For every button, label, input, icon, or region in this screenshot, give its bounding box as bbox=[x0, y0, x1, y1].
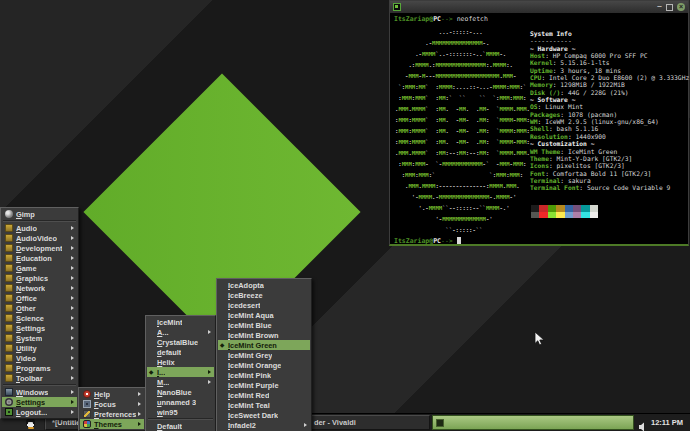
menu-item-iceadopta[interactable]: IceAdopta bbox=[218, 280, 310, 290]
menu-item-icebreeze[interactable]: IceBreeze bbox=[218, 290, 310, 300]
menu-item-office[interactable]: Office bbox=[2, 293, 77, 303]
submenu-arrow-icon bbox=[71, 256, 74, 260]
menu-item-icedesert[interactable]: icedesert bbox=[218, 300, 310, 310]
folder-icon bbox=[5, 224, 13, 232]
current-theme-marker: ◆ bbox=[220, 342, 224, 348]
menu-item-label: IceSweet Dark bbox=[228, 411, 278, 420]
menu-item-education[interactable]: Education bbox=[2, 253, 77, 263]
submenu-arrow-icon bbox=[71, 276, 74, 280]
taskbar-clock[interactable]: 12:11 PM bbox=[651, 418, 683, 427]
menu-item-icemint-blue[interactable]: IceMint Blue bbox=[218, 320, 310, 330]
menu-item-unnamed-3[interactable]: unnamed 3 bbox=[147, 397, 214, 407]
menu-item-label: Themes bbox=[94, 420, 122, 429]
menu-item-win95[interactable]: win95 bbox=[147, 407, 214, 417]
menu-item-system[interactable]: System bbox=[2, 333, 77, 343]
submenu-arrow-icon bbox=[71, 376, 74, 380]
menu-item-nanoblue[interactable]: NanoBlue bbox=[147, 387, 214, 397]
gimp-icon bbox=[5, 210, 13, 218]
menu-item-label: IceMint Teal bbox=[228, 401, 270, 410]
menu-item-icemint-pink[interactable]: IceMint Pink bbox=[218, 370, 310, 380]
menu-item-audio[interactable]: Audio bbox=[2, 223, 77, 233]
close-button[interactable]: × bbox=[677, 3, 685, 11]
menu-item-icemint-green[interactable]: ◆IceMint Green bbox=[218, 340, 310, 350]
menu-item-icemint-purple[interactable]: IceMint Purple bbox=[218, 380, 310, 390]
menu-item-label: unnamed 3 bbox=[157, 398, 196, 407]
menu-item-audiovideo[interactable]: AudioVideo bbox=[2, 233, 77, 243]
menu-item-i[interactable]: ◆I... bbox=[147, 367, 214, 377]
menu-item-default[interactable]: Default bbox=[147, 421, 214, 431]
menu-item-label: Education bbox=[16, 254, 52, 263]
menu-item-label: Gimp bbox=[16, 210, 35, 219]
menu-item-other[interactable]: Other bbox=[2, 303, 77, 313]
terminal-titlebar[interactable]: − × bbox=[390, 1, 688, 13]
minimize-button[interactable]: − bbox=[657, 3, 662, 11]
neofetch-system-info: System Info-----------~ Hardware ~Host: … bbox=[530, 30, 689, 192]
menu-item-focus[interactable]: Focus bbox=[80, 399, 144, 409]
desktop: { "wallpaper": { "base": "#242424", "acc… bbox=[0, 0, 690, 431]
menu-item-label: IceAdopta bbox=[228, 281, 264, 290]
menu-item-toolbar[interactable]: Toolbar bbox=[2, 373, 77, 383]
menu-item-logout[interactable]: Logout... bbox=[2, 407, 77, 417]
info-row: Theme: Mint-Y-Dark [GTK2/3] bbox=[530, 155, 689, 162]
info-row: Memory: 1298MiB / 1922MiB bbox=[530, 81, 689, 88]
menu-item-label: Network bbox=[16, 284, 45, 293]
taskbar-task-terminal-active[interactable] bbox=[432, 415, 634, 430]
menu-item-settings[interactable]: Settings bbox=[2, 323, 77, 333]
menu-item-label: Office bbox=[16, 294, 37, 303]
menu-item-gimp[interactable]: Gimp bbox=[2, 209, 77, 219]
menu-item-game[interactable]: Game bbox=[2, 263, 77, 273]
volume-icon[interactable] bbox=[638, 418, 648, 431]
folder-icon bbox=[5, 284, 13, 292]
menu-item-default[interactable]: default bbox=[147, 347, 214, 357]
themes-icon bbox=[83, 420, 91, 428]
submenu-arrow-icon bbox=[71, 346, 74, 350]
folder-icon bbox=[5, 304, 13, 312]
terminal-output[interactable]: ItsZariap@PC--> neofetch ...-:::::-... .… bbox=[390, 13, 688, 243]
menu-item-help[interactable]: Help bbox=[80, 389, 144, 399]
neofetch-ascii-logo: ...-:::::-... .-MMMMMMMMMMMMMMM-. .-MMMM… bbox=[395, 27, 530, 236]
menu-item-label: Audio bbox=[16, 224, 37, 233]
info-section-header: ~ Software ~ bbox=[530, 96, 689, 103]
menu-item-infadel2[interactable]: Infadel2 bbox=[218, 420, 310, 430]
menu-item-preferences[interactable]: Preferences bbox=[80, 409, 144, 419]
menu-item-icemint-brown[interactable]: IceMint Brown bbox=[218, 330, 310, 340]
info-row: Uptime: 3 hours, 18 mins bbox=[530, 67, 689, 74]
terminal-window[interactable]: − × ItsZariap@PC--> neofetch ...-:::::-.… bbox=[389, 0, 689, 246]
palette-swatch bbox=[565, 212, 573, 219]
menu-item-windows[interactable]: Windows bbox=[2, 387, 77, 397]
menu-item-a[interactable]: A... bbox=[147, 327, 214, 337]
submenu-arrow-icon bbox=[71, 296, 74, 300]
logout-icon bbox=[5, 408, 13, 416]
menu-item-icesweet-dark[interactable]: IceSweet Dark bbox=[218, 410, 310, 420]
menu-item-graphics[interactable]: Graphics bbox=[2, 273, 77, 283]
menu-item-programs[interactable]: Programs bbox=[2, 363, 77, 373]
menu-item-icemint[interactable]: IceMint bbox=[147, 317, 214, 327]
palette-row2 bbox=[531, 212, 598, 219]
menu-item-label: IceMint Blue bbox=[228, 321, 272, 330]
menu-item-video[interactable]: Video bbox=[2, 353, 77, 363]
menu-item-science[interactable]: Science bbox=[2, 313, 77, 323]
menu-item-icemint-aqua[interactable]: IceMint Aqua bbox=[218, 310, 310, 320]
menu-item-label: IceMint Aqua bbox=[228, 311, 274, 320]
submenu-arrow-icon bbox=[71, 400, 74, 404]
menu-item-icemint-orange[interactable]: IceMint Orange bbox=[218, 360, 310, 370]
menu-item-network[interactable]: Network bbox=[2, 283, 77, 293]
menu-item-crystalblue[interactable]: CrystalBlue bbox=[147, 337, 214, 347]
menu-item-icemint-teal[interactable]: IceMint Teal bbox=[218, 400, 310, 410]
submenu-arrow-icon bbox=[208, 380, 211, 384]
folder-icon bbox=[5, 244, 13, 252]
menu-item-label: Settings bbox=[16, 398, 45, 407]
maximize-button[interactable] bbox=[666, 4, 673, 11]
folder-icon bbox=[5, 344, 13, 352]
menu-item-icemint-red[interactable]: IceMint Red bbox=[218, 390, 310, 400]
menu-item-label: IceMint Green bbox=[228, 341, 277, 350]
menu-item-development[interactable]: Development bbox=[2, 243, 77, 253]
menu-item-icemint-grey[interactable]: IceMint Grey bbox=[218, 350, 310, 360]
menu-item-themes[interactable]: Themes bbox=[80, 419, 144, 429]
menu-separator bbox=[148, 418, 213, 420]
menu-item-m[interactable]: M... bbox=[147, 377, 214, 387]
menu-item-helix[interactable]: Helix bbox=[147, 357, 214, 367]
menu-item-label: I... bbox=[157, 368, 165, 377]
menu-item-settings[interactable]: Settings bbox=[2, 397, 77, 407]
menu-item-utility[interactable]: Utility bbox=[2, 343, 77, 353]
